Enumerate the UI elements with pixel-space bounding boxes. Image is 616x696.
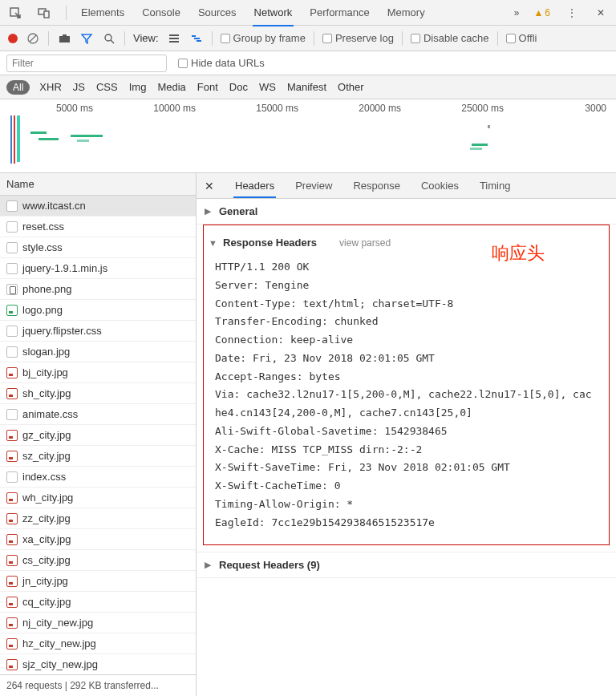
- file-icon: [6, 305, 18, 316]
- large-rows-icon[interactable]: [167, 31, 181, 46]
- request-item[interactable]: sjz_city_new.jpg: [0, 654, 196, 674]
- request-name: www.itcast.cn: [22, 200, 86, 212]
- capture-screenshots-icon[interactable]: [57, 31, 71, 46]
- detail-tab-preview[interactable]: Preview: [295, 174, 332, 197]
- name-column-header[interactable]: Name: [0, 173, 196, 196]
- filter-input[interactable]: [6, 55, 167, 72]
- request-name: jn_city.jpg: [22, 575, 68, 587]
- request-name: jquery.flipster.css: [22, 325, 102, 337]
- network-toolbar: View: Group by frame Preserve log Disabl…: [0, 26, 616, 51]
- timeline-label: 5000 ms: [0, 103, 103, 114]
- file-icon: [6, 430, 18, 441]
- panel-tab-elements[interactable]: Elements: [81, 6, 124, 18]
- more-tabs[interactable]: »: [514, 7, 520, 18]
- type-filter-img[interactable]: Img: [129, 81, 147, 93]
- request-item[interactable]: animate.css: [0, 404, 196, 425]
- request-item[interactable]: www.itcast.cn: [0, 196, 196, 216]
- type-all[interactable]: All: [6, 80, 30, 95]
- type-filter-js[interactable]: JS: [73, 81, 85, 93]
- search-icon[interactable]: [102, 31, 116, 46]
- detail-tab-response[interactable]: Response: [353, 174, 400, 197]
- svg-line-4: [30, 35, 36, 42]
- type-filter-media[interactable]: Media: [157, 81, 185, 93]
- request-item[interactable]: nj_city_new.jpg: [0, 613, 196, 633]
- warning-badge[interactable]: ▲ 6: [533, 7, 550, 18]
- panel-tab-performance[interactable]: Performance: [310, 6, 369, 18]
- panel-tab-sources[interactable]: Sources: [198, 6, 237, 18]
- record-button[interactable]: [8, 34, 18, 43]
- type-filter-other[interactable]: Other: [338, 81, 364, 93]
- request-item[interactable]: sh_city.jpg: [0, 383, 196, 404]
- request-list-panel: Name www.itcast.cnreset.cssstyle.cssjque…: [0, 173, 197, 696]
- request-headers-section-header[interactable]: ▶ Request Headers (9): [197, 552, 616, 577]
- panel-tab-network[interactable]: Network: [254, 6, 293, 18]
- detail-tab-cookies[interactable]: Cookies: [421, 174, 459, 197]
- request-item[interactable]: cq_city.jpg: [0, 592, 196, 613]
- view-parsed-link[interactable]: view parsed: [339, 237, 391, 249]
- group-by-frame-checkbox[interactable]: Group by frame: [221, 32, 306, 44]
- request-name: index.css: [22, 471, 66, 483]
- disable-cache-checkbox[interactable]: Disable cache: [411, 32, 489, 44]
- hide-data-urls-checkbox[interactable]: Hide data URLs: [178, 57, 265, 69]
- request-item[interactable]: style.css: [0, 237, 196, 258]
- request-item[interactable]: hz_city_new.jpg: [0, 633, 196, 654]
- type-filter-manifest[interactable]: Manifest: [287, 81, 326, 93]
- request-item[interactable]: slogan.jpg: [0, 342, 196, 362]
- request-item[interactable]: phone.png: [0, 279, 196, 300]
- inspect-icon[interactable]: [8, 6, 22, 20]
- device-toggle-icon[interactable]: [37, 6, 51, 20]
- svg-rect-6: [63, 34, 67, 37]
- detail-tab-timing[interactable]: Timing: [480, 174, 511, 197]
- request-name: gz_city.jpg: [22, 429, 71, 441]
- timeline-overview[interactable]: 5000 ms10000 ms15000 ms20000 ms25000 ms3…: [0, 99, 616, 173]
- general-section-header[interactable]: ▶ General: [197, 199, 616, 224]
- offline-checkbox[interactable]: Offli: [506, 32, 537, 44]
- request-item[interactable]: jquery.flipster.css: [0, 321, 196, 342]
- panel-tab-console[interactable]: Console: [142, 6, 180, 18]
- svg-line-8: [111, 40, 114, 43]
- request-item[interactable]: wh_city.jpg: [0, 488, 196, 508]
- detail-tab-headers[interactable]: Headers: [235, 174, 274, 197]
- request-item[interactable]: logo.png: [0, 300, 196, 321]
- request-item[interactable]: jquery-1.9.1.min.js: [0, 258, 196, 279]
- request-item[interactable]: jn_city.jpg: [0, 571, 196, 592]
- preserve-log-checkbox[interactable]: Preserve log: [322, 32, 394, 44]
- panel-tab-memory[interactable]: Memory: [387, 6, 425, 18]
- file-icon: [6, 597, 18, 608]
- request-name: animate.css: [22, 408, 78, 420]
- filter-icon[interactable]: [79, 31, 94, 46]
- file-icon: [6, 346, 18, 358]
- request-name: slogan.jpg: [22, 346, 70, 358]
- file-icon: [6, 367, 18, 378]
- chevron-down-icon: ▼: [209, 238, 217, 248]
- clear-icon[interactable]: [26, 31, 40, 46]
- svg-point-7: [105, 34, 111, 41]
- request-item[interactable]: zz_city.jpg: [0, 508, 196, 529]
- file-icon: [6, 221, 18, 233]
- request-item[interactable]: sz_city.jpg: [0, 446, 196, 467]
- request-item[interactable]: reset.css: [0, 216, 196, 237]
- timeline-label: 25000 ms: [411, 103, 513, 114]
- file-icon: [6, 409, 18, 420]
- request-item[interactable]: gz_city.jpg: [0, 425, 196, 446]
- type-filter-doc[interactable]: Doc: [229, 81, 248, 93]
- close-details-icon[interactable]: ✕: [205, 180, 219, 192]
- menu-icon[interactable]: ⋮: [565, 6, 579, 20]
- request-item[interactable]: bj_city.jpg: [0, 362, 196, 383]
- request-name: hz_city_new.jpg: [22, 637, 96, 649]
- request-item[interactable]: cs_city.jpg: [0, 550, 196, 571]
- request-name: cq_city.jpg: [22, 596, 71, 608]
- timeline-label: 20000 ms: [308, 103, 411, 114]
- chevron-right-icon: ▶: [205, 206, 213, 216]
- file-icon: [6, 200, 18, 212]
- type-filter-css[interactable]: CSS: [96, 81, 118, 93]
- request-name: style.css: [22, 241, 63, 253]
- close-icon[interactable]: ✕: [594, 6, 608, 20]
- response-headers-section-header[interactable]: ▼ Response Headers view parsed: [207, 230, 606, 255]
- waterfall-icon[interactable]: [189, 31, 204, 46]
- type-filter-font[interactable]: Font: [197, 81, 218, 93]
- request-item[interactable]: xa_city.jpg: [0, 529, 196, 550]
- type-filter-xhr[interactable]: XHR: [39, 81, 61, 93]
- request-item[interactable]: index.css: [0, 467, 196, 488]
- type-filter-ws[interactable]: WS: [259, 81, 276, 93]
